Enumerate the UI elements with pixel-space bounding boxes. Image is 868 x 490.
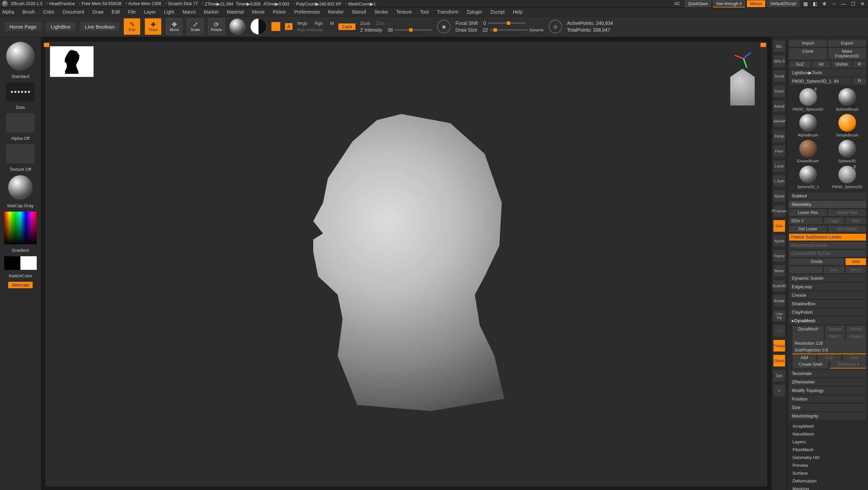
thickness-slider[interactable]: Thickness 4 (830, 361, 866, 369)
and-button[interactable]: And (842, 354, 866, 361)
shelf-pframes[interactable]: PFrames (773, 205, 785, 217)
sub-button[interactable]: Sub (817, 354, 841, 361)
shelf-l-sym[interactable]: L.Sym (773, 175, 785, 187)
reconstruct-subdiv-button[interactable]: Reconstruct Subdiv (789, 242, 866, 249)
section-preview[interactable]: Preview (789, 461, 866, 469)
make-polymesh-button[interactable]: Make PolyMesh3D (828, 48, 866, 60)
del-lower-button[interactable]: Del Lower (789, 226, 827, 232)
shelf-xpose[interactable]: Xpose (773, 190, 785, 202)
sdiv-slider[interactable]: SDiv 2 (789, 217, 822, 224)
shelf-ghost[interactable]: Ghost (773, 355, 785, 366)
cam-nav-head-icon[interactable] (727, 69, 758, 110)
gizmo-button[interactable] (229, 18, 246, 35)
dynamic-subdiv-section[interactable]: Dynamic Subdiv (789, 275, 866, 282)
del-higher-button[interactable]: Del Higher (828, 226, 866, 232)
cage-button[interactable]: Cage (824, 217, 844, 224)
gradient-label[interactable]: Gradient (12, 248, 29, 253)
lightbox-button[interactable]: LightBox (46, 22, 75, 31)
shelf-transp[interactable]: Transp (773, 340, 785, 352)
live-boolean-button[interactable]: Live Boolean (80, 22, 119, 31)
higher-res-button[interactable]: Higher Res (828, 209, 866, 216)
axis-gizmo[interactable] (733, 48, 754, 68)
section-layers[interactable]: Layers (789, 438, 866, 446)
menu-movie[interactable]: Movie (252, 9, 265, 15)
reuv-button[interactable]: ReUV (846, 266, 866, 273)
shelf-persp[interactable]: Persp (773, 130, 785, 142)
seethrough-slider[interactable]: See-through 0 (713, 0, 745, 7)
draw-size-slider[interactable]: Draw Size 22 Dynamic (455, 27, 544, 33)
tool-thumb-spherebrush[interactable]: SphereBrush (829, 88, 865, 111)
shelf-rotate[interactable]: Rotate (773, 295, 785, 307)
shelf-floor[interactable]: Floor (773, 145, 785, 157)
zremesher-section[interactable]: ZRemesher (789, 378, 866, 386)
menu-zscript[interactable]: Zscript (490, 9, 505, 15)
tool-thumb-sphere3d-1[interactable]: Sphere3D_1 (790, 166, 826, 189)
menu-light[interactable]: Light (164, 9, 174, 15)
default-zscript-button[interactable]: DefaultZScript (767, 0, 799, 7)
shelf-dyn[interactable]: Dyn (773, 370, 785, 381)
shelf-actual[interactable]: Actual (773, 100, 785, 112)
shelf--[interactable]: ⬚ (773, 325, 785, 337)
freeze-subdiv-button[interactable]: Freeze SubDivision Levels (789, 234, 866, 241)
tessimate-section[interactable]: Tessimate (789, 370, 866, 377)
home-page-button[interactable]: Home Page (5, 22, 41, 31)
section-geometry-hd[interactable]: Geometry HD (789, 454, 866, 461)
shelf--[interactable]: ⠶ (773, 385, 785, 396)
m-button[interactable]: M (330, 21, 334, 26)
tool-thumb-pm3d-sphere3d[interactable]: 2PM3D_Sphere3D (790, 88, 826, 111)
menu-zplugin[interactable]: Zplugin (467, 9, 482, 15)
goz-r-button[interactable]: R (853, 61, 866, 68)
shadowbox-section[interactable]: ShadowBox (789, 300, 866, 307)
shelf-scale3d[interactable]: Scale3D (773, 280, 785, 292)
shelf-solo[interactable]: Solo (773, 220, 785, 232)
rotate-mode-button[interactable]: ⟳Rotate (208, 18, 224, 35)
menu-picker[interactable]: Picker (273, 9, 286, 15)
menu-tool[interactable]: Tool (420, 9, 429, 15)
minimize-icon[interactable]: — (840, 1, 847, 6)
position-section[interactable]: Position (789, 395, 866, 403)
menu-alpha[interactable]: Alpha (2, 9, 14, 15)
crease-section[interactable]: Crease (789, 292, 866, 299)
layout-icon[interactable]: ◧ (812, 1, 818, 6)
new-doc-icon[interactable]: ▦ (802, 1, 809, 6)
subtool-header[interactable]: Subtool (789, 192, 866, 199)
mrgb-button[interactable]: Mrgb (297, 21, 307, 26)
tool-name[interactable]: PM3D_Sphere3D_1. 49 (789, 78, 852, 85)
section-arraymesh[interactable]: ArrayMesh (789, 422, 866, 430)
menu-stroke[interactable]: Stroke (374, 9, 388, 15)
menus-toggle[interactable]: Menus (747, 0, 765, 7)
draw-mode-button[interactable]: ✚Draw (145, 18, 161, 35)
document-thumbnail[interactable] (50, 46, 94, 77)
color-swatches[interactable] (4, 256, 37, 270)
goz-button[interactable]: GoZ (789, 61, 811, 68)
shelf-line-fill[interactable]: Line Fill (773, 310, 785, 322)
size-section[interactable]: Size (789, 404, 866, 411)
shelf-zoom[interactable]: Zoom (773, 85, 785, 97)
goz-all-button[interactable]: All (812, 61, 830, 68)
shelf-aahalf[interactable]: AAHalf (773, 115, 785, 127)
menu-stencil[interactable]: Stencil (352, 9, 366, 15)
clone-button[interactable]: Clone (789, 48, 827, 60)
shelf-frame[interactable]: Frame (773, 250, 785, 262)
lower-res-button[interactable]: Lower Res (789, 209, 827, 216)
tool-thumb-alphabrush[interactable]: AlphaBrush (790, 114, 826, 137)
zcut-button[interactable]: Zcut (376, 21, 385, 26)
menu-render[interactable]: Render (328, 9, 344, 15)
menu-edit[interactable]: Edit (112, 9, 120, 15)
shelf-spix-3[interactable]: SPix 3 (773, 55, 785, 67)
menu-draw[interactable]: Draw (93, 9, 104, 15)
channel-a-swatch[interactable] (271, 22, 280, 31)
sculptris-button[interactable] (250, 18, 267, 35)
add-button[interactable]: Add (792, 354, 816, 361)
move-mode-button[interactable]: ✥Move (166, 18, 182, 35)
menu-brush[interactable]: Brush (22, 9, 35, 15)
menu-help[interactable]: Help (513, 9, 523, 15)
settings-icon[interactable]: ✻ (821, 1, 828, 6)
drag-handle-right-icon[interactable] (761, 43, 766, 47)
color-picker[interactable] (4, 212, 37, 244)
groups-button[interactable]: Groups (825, 326, 845, 332)
menu-material[interactable]: Material (227, 9, 244, 15)
drag-handle-left-icon[interactable] (44, 43, 49, 47)
subprojection-slider[interactable]: SubProjection 0.6 (792, 347, 866, 354)
polish-button[interactable]: Polish (846, 326, 866, 332)
